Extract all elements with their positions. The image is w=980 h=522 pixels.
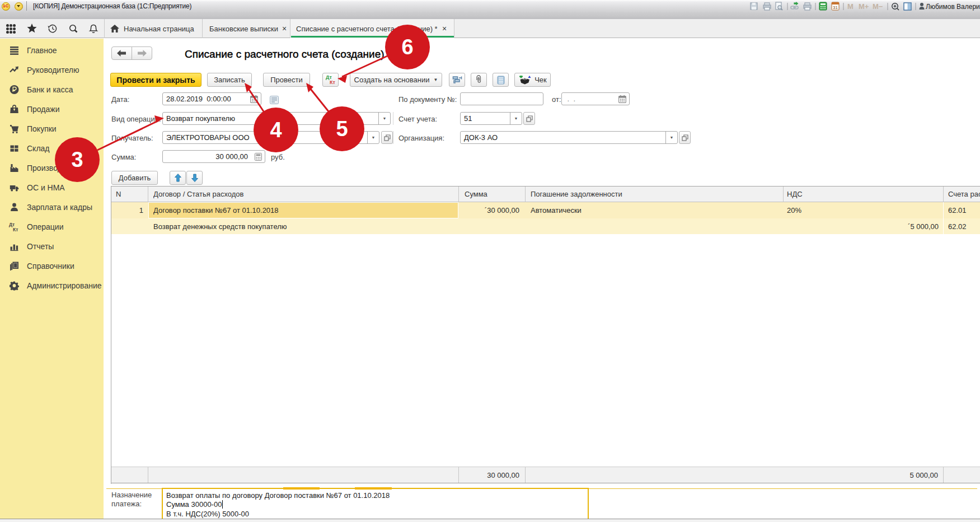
svg-text:M−: M− (873, 2, 883, 11)
svg-text:31: 31 (833, 5, 838, 10)
svg-text:M: M (847, 2, 854, 11)
svg-text:M+: M+ (859, 2, 869, 11)
svg-text:Кт: Кт (330, 80, 335, 85)
svg-text:Кт: Кт (13, 227, 18, 232)
svg-text:Любимов Валерий: Любимов Валерий (926, 3, 980, 11)
